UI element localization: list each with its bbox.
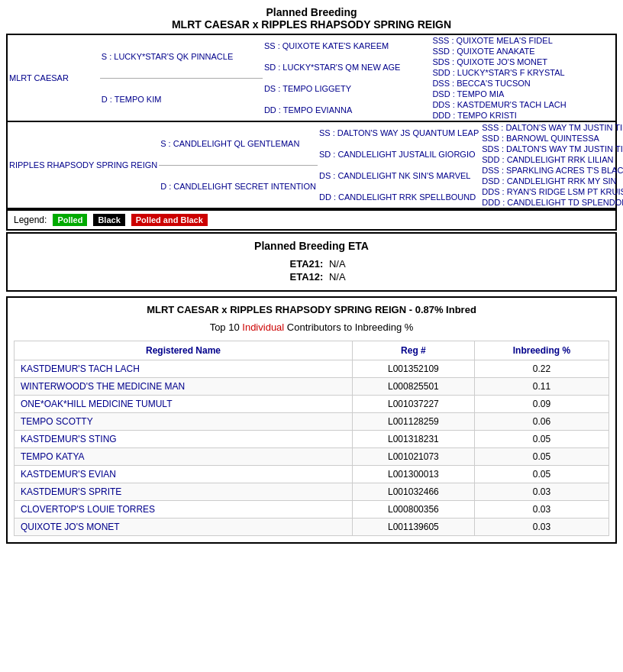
col-header-pct: Inbreeding % bbox=[474, 341, 608, 360]
table-cell-1-1: L000825501 bbox=[353, 378, 475, 396]
dam-name-cell: RIPPLES RHAPSODY SPRING REIGN bbox=[8, 122, 159, 208]
dam-sd-cell: SD : CANDLELIGHT JUSTALIL GIORGIO bbox=[318, 144, 480, 165]
table-row: TEMPO SCOTTYL0011282590.06 bbox=[15, 413, 609, 431]
eta21-row: ETA21: N/A bbox=[14, 258, 609, 270]
table-cell-8-1: L000800356 bbox=[353, 501, 475, 519]
table-cell-2-1: L001037227 bbox=[353, 396, 475, 413]
table-row: ONE*OAK*HILL MEDICINE TUMULTL0010372270.… bbox=[15, 396, 609, 413]
table-cell-0-0: KASTDEMUR'S TACH LACH bbox=[15, 360, 353, 378]
legend-polled-black-badge: Polled and Black bbox=[131, 214, 208, 226]
sire-name-cell: MLRT CAESAR bbox=[8, 35, 100, 121]
table-cell-6-0: KASTDEMUR'S EVIAN bbox=[15, 466, 353, 483]
table-cell-9-1: L001139605 bbox=[353, 519, 475, 536]
sire-sss-row: MLRT CAESAR S : LUCKY*STAR'S QK PINNACLE… bbox=[8, 35, 615, 46]
table-row: KASTDEMUR'S EVIANL0013000130.05 bbox=[15, 466, 609, 483]
table-cell-7-2: 0.03 bbox=[474, 483, 608, 501]
col-header-reg: Reg # bbox=[353, 341, 475, 360]
table-cell-1-0: WINTERWOOD'S THE MEDICINE MAN bbox=[15, 378, 353, 396]
contributors-title: Top 10 Individual Contributors to Inbree… bbox=[14, 321, 609, 333]
table-cell-4-1: L001318231 bbox=[353, 431, 475, 448]
dam-sds-cell: SDS : DALTON'S WAY TM JUSTIN TIME bbox=[480, 144, 623, 154]
table-cell-0-1: L001352109 bbox=[353, 360, 475, 378]
main-title: Planned Breeding MLRT CAESAR x RIPPLES R… bbox=[6, 6, 617, 31]
table-cell-3-0: TEMPO SCOTTY bbox=[15, 413, 353, 431]
table-header-row: Registered Name Reg # Inbreeding % bbox=[15, 341, 609, 360]
sire-ddd-cell: DDD : TEMPO KRISTI bbox=[431, 110, 615, 121]
table-cell-7-0: KASTDEMUR'S SPRITE bbox=[15, 483, 353, 501]
sire-d-cell: D : TEMPO KIM bbox=[100, 78, 263, 121]
contributors-highlight: Individual bbox=[242, 321, 284, 333]
sire-dsd-cell: DSD : TEMPO MIA bbox=[431, 89, 615, 99]
dam-dss-cell: DSS : SPARKLING ACRES T'S BLACK GOLD bbox=[480, 165, 623, 176]
eta21-value: N/A bbox=[329, 258, 346, 270]
pedigree-dam-table: RIPPLES RHAPSODY SPRING REIGN S : CANDLE… bbox=[8, 122, 623, 208]
table-cell-6-2: 0.05 bbox=[474, 466, 608, 483]
sire-ssd-cell: SSD : QUIXOTE ANAKATE bbox=[431, 46, 615, 57]
inbreeding-title: MLRT CAESAR x RIPPLES RHAPSODY SPRING RE… bbox=[14, 304, 609, 315]
eta12-label: ETA12: bbox=[277, 271, 323, 283]
legend-black-badge: Black bbox=[93, 214, 124, 226]
sire-dd-cell: DD : TEMPO EVIANNA bbox=[263, 99, 431, 121]
table-cell-2-2: 0.09 bbox=[474, 396, 608, 413]
table-row: KASTDEMUR'S TACH LACHL0013521090.22 bbox=[15, 360, 609, 378]
table-cell-5-0: TEMPO KATYA bbox=[15, 448, 353, 466]
legend-polled-badge: Polled bbox=[53, 214, 87, 226]
dam-dd-cell: DD : CANDLELIGHT RRK SPELLBOUND bbox=[318, 186, 480, 208]
table-row: WINTERWOOD'S THE MEDICINE MANL0008255010… bbox=[15, 378, 609, 396]
dam-d-cell: D : CANDLELIGHT SECRET INTENTION bbox=[159, 165, 318, 208]
dam-dds-cell: DDS : RYAN'S RIDGE LSM PT KRUISER bbox=[480, 186, 623, 197]
eta21-label: ETA21: bbox=[277, 258, 323, 270]
table-cell-8-0: CLOVERTOP'S LOUIE TORRES bbox=[15, 501, 353, 519]
sire-sdd-cell: SDD : LUCKY*STAR'S F KRYSTAL bbox=[431, 67, 615, 78]
table-row: KASTDEMUR'S STINGL0013182310.05 bbox=[15, 431, 609, 448]
legend-label: Legend: bbox=[14, 215, 47, 225]
table-cell-0-2: 0.22 bbox=[474, 360, 608, 378]
eta12-row: ETA12: N/A bbox=[14, 271, 609, 283]
dam-ss-cell: SS : DALTON'S WAY JS QUANTUM LEAP bbox=[318, 122, 480, 144]
table-cell-3-1: L001128259 bbox=[353, 413, 475, 431]
dam-dsd-cell: DSD : CANDLELIGHT RRK MY SIN bbox=[480, 176, 623, 186]
table-cell-5-2: 0.05 bbox=[474, 448, 608, 466]
table-cell-7-1: L001032466 bbox=[353, 483, 475, 501]
table-cell-9-2: 0.03 bbox=[474, 519, 608, 536]
eta-section: Planned Breeding ETA ETA21: N/A ETA12: N… bbox=[6, 232, 617, 292]
dam-sss-row: RIPPLES RHAPSODY SPRING REIGN S : CANDLE… bbox=[8, 122, 623, 133]
table-cell-6-1: L001300013 bbox=[353, 466, 475, 483]
table-row: KASTDEMUR'S SPRITEL0010324660.03 bbox=[15, 483, 609, 501]
table-cell-4-0: KASTDEMUR'S STING bbox=[15, 431, 353, 448]
sire-sss-cell: SSS : QUIXOTE MELA'S FIDEL bbox=[431, 35, 615, 46]
sire-s-cell: S : LUCKY*STAR'S QK PINNACLE bbox=[100, 35, 263, 78]
contributors-table: Registered Name Reg # Inbreeding % KASTD… bbox=[14, 341, 609, 536]
dam-s-cell: S : CANDLELIGHT QL GENTLEMAN bbox=[159, 122, 318, 165]
page-container: Planned Breeding MLRT CAESAR x RIPPLES R… bbox=[0, 0, 623, 550]
pedigree-section: MLRT CAESAR S : LUCKY*STAR'S QK PINNACLE… bbox=[6, 34, 617, 209]
table-cell-3-2: 0.06 bbox=[474, 413, 608, 431]
dam-ds-cell: DS : CANDLELIGHT NK SIN'S MARVEL bbox=[318, 165, 480, 186]
sire-ds-cell: DS : TEMPO LIGGETY bbox=[263, 78, 431, 99]
col-header-name: Registered Name bbox=[15, 341, 353, 360]
table-row: QUIXOTE JO'S MONETL0011396050.03 bbox=[15, 519, 609, 536]
sire-dss-cell: DSS : BECCA'S TUCSON bbox=[431, 78, 615, 89]
dam-ssd-cell: SSD : BARNOWL QUINTESSA bbox=[480, 133, 623, 144]
table-cell-5-1: L001021073 bbox=[353, 448, 475, 466]
pedigree-table: MLRT CAESAR S : LUCKY*STAR'S QK PINNACLE… bbox=[8, 35, 615, 121]
table-cell-9-0: QUIXOTE JO'S MONET bbox=[15, 519, 353, 536]
sire-sd-cell: SD : LUCKY*STAR'S QM NEW AGE bbox=[263, 57, 431, 78]
sire-sds-cell: SDS : QUIXOTE JO'S MONET bbox=[431, 57, 615, 67]
table-cell-4-2: 0.05 bbox=[474, 431, 608, 448]
dam-sss-cell: SSS : DALTON'S WAY TM JUSTIN TIME bbox=[480, 122, 623, 133]
eta-title: Planned Breeding ETA bbox=[14, 240, 609, 252]
dam-ddd-cell: DDD : CANDLELIGHT TD SPLENDOR bbox=[480, 197, 623, 208]
inbreeding-section: MLRT CAESAR x RIPPLES RHAPSODY SPRING RE… bbox=[6, 296, 617, 544]
legend-section: Legend: Polled Black Polled and Black bbox=[6, 209, 617, 231]
table-row: TEMPO KATYAL0010210730.05 bbox=[15, 448, 609, 466]
sire-dds-cell: DDS : KASTDEMUR'S TACH LACH bbox=[431, 99, 615, 110]
eta12-value: N/A bbox=[329, 271, 346, 283]
table-cell-2-0: ONE*OAK*HILL MEDICINE TUMULT bbox=[15, 396, 353, 413]
table-row: CLOVERTOP'S LOUIE TORRESL0008003560.03 bbox=[15, 501, 609, 519]
table-cell-8-2: 0.03 bbox=[474, 501, 608, 519]
sire-ss-cell: SS : QUIXOTE KATE'S KAREEM bbox=[263, 35, 431, 57]
dam-sdd-cell: SDD : CANDLELIGHT RRK LILIAN bbox=[480, 154, 623, 165]
table-cell-1-2: 0.11 bbox=[474, 378, 608, 396]
